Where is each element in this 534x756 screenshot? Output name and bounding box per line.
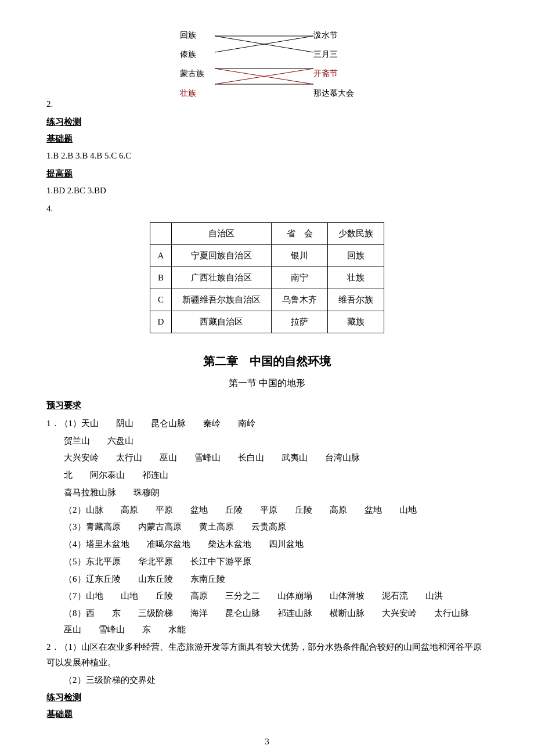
right-item-4: 那达慕大会	[313, 86, 354, 100]
preview-header: 预习要求	[46, 398, 488, 413]
q2-1: 2．（1）山区在农业多种经营、生态旅游开发等方面具有较大优势，部分水热条件配合较…	[46, 639, 488, 672]
q1-3: （3）青藏高原 内蒙古高原 黄土高原 云贵高原	[46, 519, 488, 535]
section2-label: 2.	[46, 96, 488, 112]
basic-questions-header2: 基础题	[46, 707, 488, 722]
q1-8: （8）西 东 三级阶梯 海洋 昆仑山脉 祁连山脉 横断山脉 大兴安岭 太行山脉 …	[46, 606, 488, 638]
diagram-left: 回族 傣族 蒙古族 壮族	[180, 28, 204, 100]
table-row: A 宁夏回族自治区 银川 回族	[150, 245, 384, 267]
table-header-3: 少数民族	[328, 223, 384, 245]
advanced-answers: 1.BD 2.BC 3.BD	[46, 183, 488, 199]
question4-label: 4.	[46, 201, 488, 217]
table-cell-a1: 宁夏回族自治区	[172, 245, 272, 267]
q1-2: （2）山脉 高原 平原 盆地 丘陵 平原 丘陵 高原 盆地 山地	[46, 502, 488, 519]
q1-6: （6）辽东丘陵 山东丘陵 东南丘陵	[46, 571, 488, 588]
table-header-0	[150, 223, 172, 245]
table-row: C 新疆维吾尔族自治区 乌鲁木齐 维吾尔族	[150, 289, 384, 311]
practice-check-header2: 练习检测	[46, 690, 488, 705]
left-item-1: 回族	[180, 28, 204, 42]
page-number: 3	[46, 734, 488, 750]
practice-check-header: 练习检测	[46, 114, 488, 130]
table-row: D 西藏自治区 拉萨 藏族	[150, 311, 384, 333]
page-content: 回族 傣族 蒙古族 壮族 泼水节 三月三 开斋节 那达慕大会 2. 练习检测 基…	[46, 23, 488, 750]
table-cell-a0: A	[150, 245, 172, 267]
q2-2: （2）三级阶梯的交界处	[46, 672, 488, 689]
table-cell-b0: B	[150, 267, 172, 289]
table-cell-d0: D	[150, 311, 172, 333]
right-item-2: 三月三	[313, 47, 354, 62]
table-cell-d2: 拉萨	[272, 311, 328, 333]
q1-1-line4: 北 阿尔泰山 祁连山	[46, 467, 488, 484]
q1-1-line5: 喜马拉雅山脉 珠穆朗	[46, 485, 488, 501]
table-cell-c2: 乌鲁木齐	[272, 289, 328, 311]
basic-answers: 1.B 2.B 3.B 4.B 5.C 6.C	[46, 148, 488, 164]
advanced-questions-header: 提高题	[46, 166, 488, 182]
q1-1-line3: 大兴安岭 太行山 巫山 雪峰山 长白山 武夷山 台湾山脉	[46, 450, 488, 466]
right-item-1: 泼水节	[313, 28, 354, 42]
table-cell-d3: 藏族	[328, 311, 384, 333]
basic-questions-header: 基础题	[46, 131, 488, 147]
q1-4: （4）塔里木盆地 准噶尔盆地 柴达木盆地 四川盆地	[46, 537, 488, 553]
table-cell-b3: 壮族	[328, 267, 384, 289]
q1-1-line1: 1．（1）天山 阴山 昆仑山脉 秦岭 南岭	[46, 416, 488, 432]
left-item-2: 傣族	[180, 47, 204, 62]
q1-7: （7）山地 山地 丘陵 高原 三分之二 山体崩塌 山体滑坡 泥石流 山洪	[46, 588, 488, 604]
q1-1-line2: 贺兰山 六盘山	[46, 433, 488, 449]
left-item-4: 壮族	[180, 86, 204, 100]
table-cell-b2: 南宁	[272, 267, 328, 289]
table-header-2: 省 会	[272, 223, 328, 245]
table-header-1: 自治区	[172, 223, 272, 245]
table-cell-c0: C	[150, 289, 172, 311]
table-cell-c3: 维吾尔族	[328, 289, 384, 311]
table-cell-a3: 回族	[328, 245, 384, 267]
table-cell-a2: 银川	[272, 245, 328, 267]
answer-table: 自治区 省 会 少数民族 A 宁夏回族自治区 银川 回族 B 广西壮族自治区 南…	[150, 222, 384, 333]
table-cell-d1: 西藏自治区	[172, 311, 272, 333]
table-cell-b1: 广西壮族自治区	[172, 267, 272, 289]
left-item-3: 蒙古族	[180, 66, 204, 81]
right-item-3: 开斋节	[313, 66, 354, 81]
table-cell-c1: 新疆维吾尔族自治区	[172, 289, 272, 311]
diagram-container: 回族 傣族 蒙古族 壮族 泼水节 三月三 开斋节 那达慕大会	[46, 23, 488, 93]
diagram-right: 泼水节 三月三 开斋节 那达慕大会	[313, 28, 354, 100]
section-title: 第一节 中国的地形	[46, 375, 488, 392]
diagram: 回族 傣族 蒙古族 壮族 泼水节 三月三 开斋节 那达慕大会	[174, 23, 360, 93]
table-row: B 广西壮族自治区 南宁 壮族	[150, 267, 384, 289]
q1-5: （5）东北平原 华北平原 长江中下游平原	[46, 554, 488, 570]
chapter-title: 第二章 中国的自然环境	[46, 351, 488, 372]
